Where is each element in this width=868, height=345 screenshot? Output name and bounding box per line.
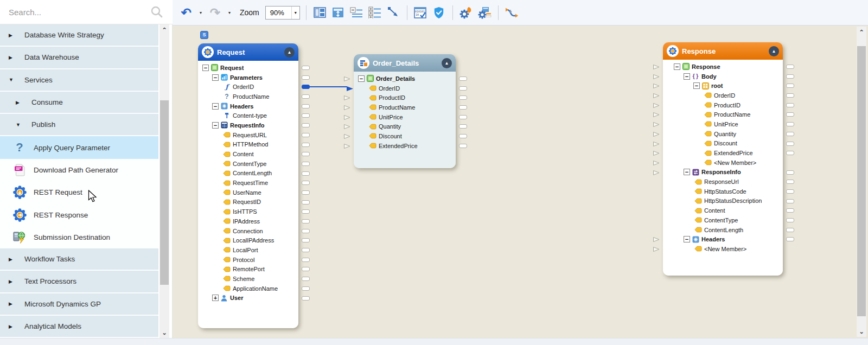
- input-port[interactable]: [653, 64, 660, 70]
- output-port[interactable]: [302, 66, 310, 70]
- output-port[interactable]: [786, 237, 794, 241]
- tree-row-quantity[interactable]: Quantity: [663, 129, 783, 139]
- expand-all-icon[interactable]: [368, 5, 382, 20]
- tree-row-parameters[interactable]: −Parameters: [198, 73, 298, 82]
- input-port[interactable]: [343, 133, 351, 139]
- tree-row-content-type[interactable]: TContent-type: [198, 111, 298, 120]
- tree-row-contentlength[interactable]: ContentLength: [663, 225, 783, 235]
- draw-link-icon[interactable]: [386, 5, 401, 20]
- tree-row-requestinfo[interactable]: −RequestInfo: [198, 120, 298, 130]
- undo-icon[interactable]: ↶: [179, 5, 194, 20]
- tree-row-quantity[interactable]: Quantity: [354, 122, 456, 131]
- tree-row-requesturl[interactable]: RequestURL: [198, 130, 298, 140]
- tree-row-localport[interactable]: LocalPort: [198, 245, 298, 255]
- tree-row-orderid[interactable]: OrderID: [354, 84, 456, 93]
- output-port[interactable]: [786, 170, 794, 175]
- output-port[interactable]: [459, 124, 467, 129]
- output-port[interactable]: [302, 113, 310, 118]
- tree-row-applicationname[interactable]: ApplicationName: [198, 284, 298, 293]
- search-input[interactable]: Search...: [0, 0, 173, 24]
- tree-row-ishttps[interactable]: IsHTTPS: [198, 207, 298, 216]
- tree-row-httpstatusdescription[interactable]: HttpStatusDescription: [663, 196, 783, 206]
- sidebar-item-workflow-tasks[interactable]: ▶Workflow Tasks: [0, 248, 158, 271]
- input-port[interactable]: [653, 160, 660, 166]
- tree-row-responseurl[interactable]: ResponseUrl: [663, 177, 783, 187]
- tree-row-headers[interactable]: −Headers: [663, 234, 783, 244]
- output-port[interactable]: [302, 267, 310, 271]
- expand-expander-icon[interactable]: +: [212, 295, 219, 301]
- tree-row-unitprice[interactable]: UnitPrice: [354, 112, 456, 122]
- collapse-expander-icon[interactable]: −: [358, 75, 365, 82]
- input-port[interactable]: [343, 124, 351, 130]
- tree-row-productname[interactable]: ProductName: [663, 110, 783, 119]
- node-order-details[interactable]: Order_Details▲−Order_DetailsOrderIDProdu…: [354, 54, 456, 168]
- output-port[interactable]: [786, 74, 794, 79]
- tree-row-productid[interactable]: ProductID: [354, 93, 456, 103]
- node-header[interactable]: Order_Details▲: [354, 54, 456, 72]
- output-port[interactable]: [459, 144, 467, 148]
- input-port[interactable]: [653, 103, 660, 108]
- output-port[interactable]: [786, 228, 794, 232]
- output-port[interactable]: [302, 162, 310, 166]
- input-port[interactable]: [343, 105, 351, 111]
- tree-row-scheme[interactable]: Scheme: [198, 274, 298, 284]
- tree-row-new-member[interactable]: <New Member>: [663, 244, 783, 254]
- node-header[interactable]: Response▲: [663, 42, 783, 60]
- collapse-expander-icon[interactable]: −: [212, 122, 219, 129]
- chevron-down-icon[interactable]: ▼: [9, 77, 16, 82]
- tree-row-order-details[interactable]: −Order_Details: [354, 74, 456, 84]
- chevron-right-icon[interactable]: ▶: [16, 100, 23, 105]
- output-port[interactable]: [459, 134, 467, 138]
- tree-row-extendedprice[interactable]: ExtendedPrice: [663, 148, 783, 158]
- output-port[interactable]: [302, 258, 310, 262]
- sidebar-item-database-write-strategy[interactable]: ▶Database Write Strategy: [0, 24, 158, 47]
- undo-dropdown-icon[interactable]: ▾: [197, 10, 204, 15]
- sidebar-item-microsoft-dynamics-gp[interactable]: ▶Microsoft Dynamics GP: [0, 293, 158, 316]
- tree-row-productname[interactable]: ProductName: [354, 103, 456, 112]
- sidebar-item-rest-response[interactable]: REST Response: [0, 203, 158, 226]
- output-port[interactable]: [302, 286, 310, 291]
- tree-row-user[interactable]: +User: [198, 293, 298, 303]
- output-port[interactable]: [786, 132, 794, 136]
- redo-icon[interactable]: ↷: [208, 5, 222, 20]
- output-port[interactable]: [786, 84, 794, 88]
- tree-row-contentlength[interactable]: ContentLength: [198, 169, 298, 178]
- collapse-expander-icon[interactable]: −: [212, 74, 219, 81]
- sidebar-item-publish[interactable]: ▼Publish: [0, 114, 158, 136]
- output-port[interactable]: [786, 208, 794, 213]
- output-port[interactable]: [459, 105, 467, 110]
- tree-row-content[interactable]: Content: [198, 149, 298, 159]
- sidebar-item-services[interactable]: ▼Services: [0, 69, 158, 92]
- output-port[interactable]: [302, 123, 310, 127]
- input-port[interactable]: [653, 170, 660, 176]
- tree-row-extendedprice[interactable]: ExtendedPrice: [354, 141, 456, 151]
- tree-row-protocol[interactable]: Protocol: [198, 255, 298, 265]
- input-port[interactable]: [653, 150, 660, 156]
- input-port[interactable]: [653, 122, 660, 127]
- redo-dropdown-icon[interactable]: ▾: [226, 10, 233, 15]
- search-icon[interactable]: [150, 5, 164, 19]
- input-port[interactable]: [653, 246, 660, 252]
- chevron-right-icon[interactable]: ▶: [9, 55, 16, 60]
- tree-row-discount[interactable]: Discount: [354, 131, 456, 141]
- sidebar-item-data-warehouse[interactable]: ▶Data Warehouse: [0, 47, 158, 69]
- output-port[interactable]: [459, 115, 467, 119]
- sidebar-item-submission-destination[interactable]: Submission Destination: [0, 226, 158, 248]
- chevron-right-icon[interactable]: ▶: [9, 257, 16, 262]
- dataflow-canvas[interactable]: S Request▲−Request−ParametersƒOrderID?Pr…: [173, 25, 868, 338]
- tree-row-connection[interactable]: Connection: [198, 226, 298, 236]
- output-port[interactable]: [786, 151, 794, 155]
- canvas-scrollbar-thumb[interactable]: [857, 46, 866, 316]
- output-port[interactable]: [786, 199, 794, 203]
- output-port[interactable]: [302, 181, 310, 185]
- sidebar-item-consume[interactable]: ▶Consume: [0, 92, 158, 114]
- output-port[interactable]: [302, 94, 310, 99]
- output-port[interactable]: [302, 152, 310, 156]
- output-port[interactable]: [302, 104, 310, 108]
- output-port[interactable]: [786, 112, 794, 117]
- collapse-expander-icon[interactable]: −: [693, 82, 700, 89]
- tree-row-productname[interactable]: ?ProductName: [198, 92, 298, 101]
- output-port[interactable]: [302, 238, 310, 242]
- input-port[interactable]: [343, 143, 351, 149]
- start-job-icon[interactable]: [459, 5, 474, 20]
